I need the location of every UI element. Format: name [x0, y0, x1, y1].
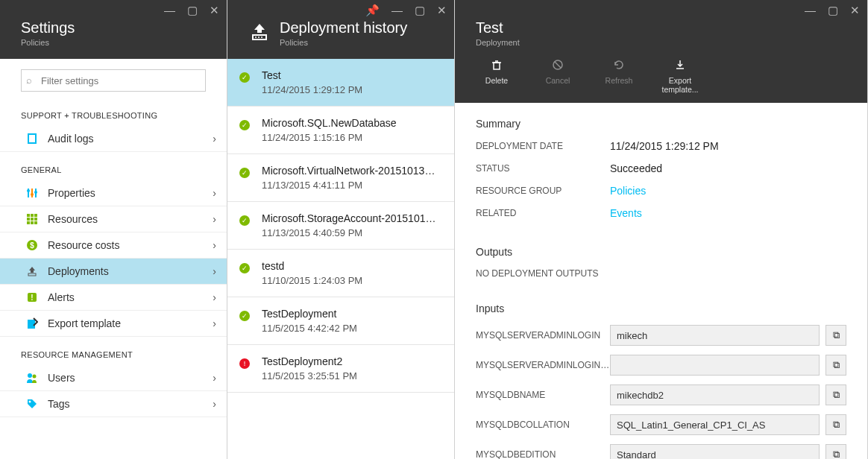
deployment-name: TestDeployment [262, 308, 441, 320]
svg-text:$: $ [30, 241, 34, 250]
copy-button[interactable]: ⧉ [825, 444, 846, 459]
menu-label: Export template [48, 317, 213, 329]
summary-key: DEPLOYMENT DATE [476, 141, 610, 151]
settings-header: — ▢ ✕ Settings Policies [0, 0, 227, 59]
detail-body: Summary DEPLOYMENT DATE11/24/2015 1:29:1… [455, 103, 867, 459]
detail-header: — ▢ ✕ Test Deployment DeleteCancelRefres… [455, 0, 867, 103]
input-value[interactable] [610, 355, 820, 376]
deployment-row[interactable]: ✓Microsoft.SQL.NewDatabase11/24/2015 1:1… [227, 107, 454, 154]
summary-value[interactable]: Events [610, 207, 642, 219]
settings-blade: — ▢ ✕ Settings Policies ⌕ SUPPORT + TROU… [0, 0, 227, 459]
menu-item-tags[interactable]: Tags› [0, 391, 227, 417]
deployment-row[interactable]: ✓Microsoft.VirtualNetwork-20151013164...… [227, 154, 454, 202]
svg-rect-12 [31, 218, 34, 221]
deployment-row[interactable]: ✓testd11/10/2015 1:24:03 PM [227, 250, 454, 297]
deployment-row[interactable]: !TestDeployment211/5/2015 3:25:51 PM [227, 345, 454, 393]
deployment-date: 11/5/2015 4:42:42 PM [262, 323, 441, 334]
copy-button[interactable]: ⧉ [825, 325, 846, 346]
menu-label: Deployments [48, 265, 213, 277]
copy-button[interactable]: ⧉ [825, 414, 846, 435]
svg-point-25 [29, 401, 31, 403]
section-title: GENERAL [0, 152, 227, 180]
svg-rect-8 [27, 214, 30, 217]
svg-rect-30 [494, 63, 500, 69]
success-icon: ✓ [239, 215, 250, 226]
cloud-up-icon [24, 265, 40, 277]
menu-item-alerts[interactable]: !Alerts› [0, 285, 227, 311]
svg-rect-22 [28, 320, 35, 329]
close-icon[interactable]: ✕ [850, 4, 860, 16]
minimize-icon[interactable]: — [391, 4, 403, 16]
copy-button[interactable]: ⧉ [825, 355, 846, 376]
svg-rect-11 [27, 218, 30, 221]
svg-point-6 [31, 193, 34, 196]
section-title: RESOURCE MANAGEMENT [0, 337, 227, 365]
maximize-icon[interactable]: ▢ [828, 4, 838, 16]
menu-item-resource-costs[interactable]: $Resource costs› [0, 232, 227, 259]
close-icon[interactable]: ✕ [210, 4, 219, 16]
error-icon: ! [239, 358, 250, 369]
clipboard-icon [24, 133, 40, 145]
copy-button[interactable]: ⧉ [825, 384, 846, 405]
menu-item-deployments[interactable]: Deployments› [0, 259, 227, 285]
svg-point-24 [33, 375, 37, 379]
input-value[interactable]: Standard [610, 444, 820, 459]
svg-rect-19 [28, 273, 36, 276]
summary-value[interactable]: Policies [610, 185, 646, 197]
input-key: MYSQLDBEDITION [476, 449, 610, 459]
deployment-name: Microsoft.VirtualNetwork-20151013164... [262, 165, 441, 177]
input-key: MYSQLSERVERADMINLOGIN [476, 330, 610, 341]
deployment-detail-blade: — ▢ ✕ Test Deployment DeleteCancelRefres… [455, 0, 868, 459]
chevron-right-icon: › [213, 133, 216, 145]
deployment-date: 11/10/2015 1:24:03 PM [262, 275, 441, 286]
chevron-right-icon: › [213, 265, 216, 277]
menu-item-audit-logs[interactable]: Audit logs› [0, 126, 227, 152]
minimize-icon[interactable]: — [805, 4, 816, 16]
input-value[interactable]: SQL_Latin1_General_CP1_CI_AS [610, 414, 820, 435]
deployment-date: 11/24/2015 1:15:16 PM [262, 132, 441, 143]
menu-label: Resource costs [48, 239, 213, 251]
menu-label: Resources [48, 213, 213, 225]
input-value[interactable]: mikech [610, 325, 820, 346]
export-button[interactable]: Export template... [661, 59, 699, 94]
svg-point-5 [27, 189, 30, 192]
menu-label: Users [48, 372, 213, 384]
summary-row: DEPLOYMENT DATE11/24/2015 1:29:12 PM [476, 140, 846, 152]
input-value[interactable]: mikechdb2 [610, 384, 820, 405]
input-key: MYSQLSERVERADMINLOGINP... [476, 360, 610, 370]
deployment-row[interactable]: ✓TestDeployment11/5/2015 4:42:42 PM [227, 297, 454, 345]
chevron-right-icon: › [213, 213, 216, 225]
menu-item-resources[interactable]: Resources› [0, 206, 227, 232]
deployment-row[interactable]: ✓Test11/24/2015 1:29:12 PM [227, 59, 454, 107]
search-icon: ⌕ [26, 75, 32, 86]
input-row: MYSQLSERVERADMINLOGINmikech⧉ [476, 325, 846, 346]
pin-icon[interactable]: 📌 [365, 4, 380, 16]
summary-value: Succeeded [610, 162, 662, 174]
menu-item-export-template[interactable]: Export template› [0, 311, 227, 337]
chevron-right-icon: › [213, 239, 216, 251]
maximize-icon[interactable]: ▢ [415, 4, 425, 16]
svg-point-23 [28, 373, 32, 378]
menu-item-properties[interactable]: Properties› [0, 180, 227, 206]
deployment-name: testd [262, 260, 441, 272]
outputs-heading: Outputs [476, 246, 846, 258]
filter-settings-input[interactable] [21, 69, 206, 92]
summary-heading: Summary [476, 118, 846, 130]
cloud-upload-icon [248, 22, 271, 42]
svg-line-34 [555, 62, 561, 68]
minimize-icon[interactable]: — [164, 4, 175, 16]
menu-item-users[interactable]: Users› [0, 365, 227, 391]
svg-point-27 [255, 37, 257, 38]
maximize-icon[interactable]: ▢ [187, 4, 198, 16]
outputs-empty-text: NO DEPLOYMENT OUTPUTS [476, 268, 846, 279]
deployment-row[interactable]: ✓Microsoft.StorageAccount-2015101316...1… [227, 202, 454, 250]
refresh-icon [613, 59, 625, 74]
summary-key: RELATED [476, 208, 610, 218]
input-row: MYSQLSERVERADMINLOGINP...⧉ [476, 355, 846, 376]
chevron-right-icon: › [213, 317, 216, 329]
chevron-right-icon: › [213, 398, 216, 410]
dollar-icon: $ [24, 239, 40, 251]
delete-button[interactable]: Delete [477, 59, 516, 94]
history-subtitle: Policies [280, 38, 444, 47]
close-icon[interactable]: ✕ [437, 4, 447, 16]
